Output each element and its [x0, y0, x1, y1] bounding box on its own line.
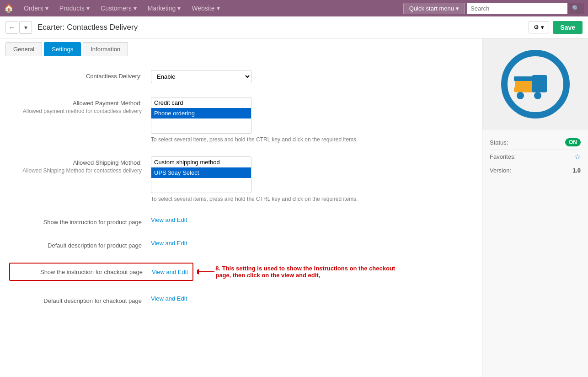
- default-desc-product-field: View and Edit: [151, 239, 473, 247]
- save-button[interactable]: Save: [553, 21, 583, 34]
- favorites-row: Favorites: ☆: [490, 150, 581, 164]
- instruction-product-label: Show the instruction for product page: [9, 216, 151, 226]
- contactless-delivery-select[interactable]: Enable Disable: [151, 70, 251, 83]
- instruction-product-link[interactable]: View and Edit: [151, 216, 187, 223]
- chevron-down-icon: ▾: [541, 24, 544, 31]
- search-box: 🔍: [467, 3, 584, 14]
- annotation-arrow-icon: [197, 266, 215, 277]
- default-desc-checkout-field: View and Edit: [151, 295, 473, 302]
- payment-method-listbox[interactable]: Credit card Phone ordering: [151, 97, 251, 134]
- default-desc-product-link[interactable]: View and Edit: [151, 240, 187, 247]
- app-logo: [499, 48, 572, 121]
- version-label: Version:: [490, 167, 511, 174]
- shipping-method-row: Allowed Shipping Method: Allowed Shippin…: [9, 156, 473, 202]
- chevron-down-icon: ▾: [45, 5, 48, 12]
- contactless-delivery-field: Enable Disable: [151, 70, 473, 83]
- tab-settings[interactable]: Settings: [44, 42, 81, 56]
- status-label: Status:: [490, 139, 508, 146]
- default-desc-checkout-link[interactable]: View and Edit: [151, 295, 187, 302]
- nav-item-orders[interactable]: Orders ▾: [19, 3, 53, 14]
- sidebar-panel: Status: ON Favorites: ☆ Version: 1.0: [482, 38, 588, 377]
- nav-item-marketing[interactable]: Marketing ▾: [143, 3, 185, 14]
- form-content: Contactless Delivery: Enable Disable All…: [0, 56, 482, 332]
- tab-information[interactable]: Information: [83, 42, 128, 56]
- default-desc-checkout-label: Default description for chackout page: [9, 295, 151, 304]
- shipping-method-help: To select several items, press and hold …: [151, 196, 473, 202]
- payment-method-label: Allowed Payment Method: Allowed payment …: [9, 97, 151, 114]
- chevron-down-icon: ▾: [217, 5, 220, 12]
- instruction-checkout-field: View and Edit: [152, 268, 188, 275]
- app-info: Status: ON Favorites: ☆ Version: 1.0: [482, 130, 588, 182]
- payment-method-field: Credit card Phone ordering To select sev…: [151, 97, 473, 143]
- svg-point-5: [517, 92, 524, 99]
- svg-point-6: [534, 92, 541, 99]
- shipping-method-listbox[interactable]: Custom shipping method UPS 3day Select: [151, 156, 251, 193]
- svg-rect-8: [514, 76, 539, 81]
- toolbar-right: ⚙ ▾ Save: [529, 21, 583, 34]
- top-navigation: 🏠 Orders ▾ Products ▾ Customers ▾ Market…: [0, 0, 588, 16]
- gear-button[interactable]: ⚙ ▾: [529, 21, 549, 33]
- version-value: 1.0: [572, 167, 581, 174]
- app-logo-svg: [501, 50, 570, 118]
- home-icon[interactable]: 🏠: [4, 3, 14, 13]
- app-logo-area: [482, 38, 588, 130]
- status-badge: ON: [565, 138, 581, 146]
- tab-general[interactable]: General: [5, 42, 42, 56]
- instruction-checkout-label: Show the instruction for chackout page: [10, 269, 152, 275]
- annotation-container: 8. This setting is used to show the inst…: [197, 265, 407, 279]
- chevron-down-icon: ▾: [456, 5, 459, 12]
- back-button[interactable]: ←: [5, 21, 18, 34]
- nav-item-products[interactable]: Products ▾: [55, 3, 94, 14]
- shipping-method-label: Allowed Shipping Method: Allowed Shippin…: [9, 156, 151, 174]
- tabs-bar: General Settings Information: [0, 38, 482, 56]
- favorites-star-icon[interactable]: ☆: [574, 152, 581, 161]
- payment-method-row: Allowed Payment Method: Allowed payment …: [9, 97, 473, 143]
- nav-item-website[interactable]: Website ▾: [187, 3, 224, 14]
- chevron-down-icon: ▾: [86, 5, 90, 12]
- instruction-checkout-wrapper: Show the instruction for chackout page V…: [9, 263, 473, 281]
- dropdown-nav-button[interactable]: ▾: [19, 21, 32, 34]
- shipping-method-field: Custom shipping method UPS 3day Select T…: [151, 156, 473, 202]
- contactless-delivery-row: Contactless Delivery: Enable Disable: [9, 70, 473, 83]
- chevron-down-icon: ▾: [177, 5, 181, 12]
- default-desc-product-row: Default description for product page Vie…: [9, 239, 473, 249]
- content-area: General Settings Information Contactless…: [0, 38, 482, 377]
- contactless-delivery-label: Contactless Delivery:: [9, 70, 151, 80]
- instruction-checkout-link[interactable]: View and Edit: [152, 269, 188, 275]
- payment-method-help: To select several items, press and hold …: [151, 136, 473, 143]
- status-row: Status: ON: [490, 135, 581, 150]
- chevron-down-icon: ▾: [134, 5, 137, 12]
- page-title: Ecarter: Contactless Delivery: [37, 23, 529, 32]
- instruction-product-page-row: Show the instruction for product page Vi…: [9, 216, 473, 226]
- breadcrumb-bar: ← ▾ Ecarter: Contactless Delivery ⚙ ▾ Sa…: [0, 16, 588, 38]
- instruction-checkout-highlighted: Show the instruction for chackout page V…: [9, 263, 193, 281]
- instruction-product-field: View and Edit: [151, 216, 473, 223]
- favorites-label: Favorites:: [490, 153, 516, 160]
- svg-rect-7: [514, 87, 532, 92]
- default-desc-product-label: Default description for product page: [9, 239, 151, 249]
- nav-arrows: ← ▾: [5, 21, 32, 34]
- gear-icon: ⚙: [534, 24, 539, 31]
- search-button[interactable]: 🔍: [567, 3, 584, 14]
- default-desc-checkout-row: Default description for chackout page Vi…: [9, 295, 473, 304]
- nav-item-customers[interactable]: Customers ▾: [96, 3, 141, 14]
- quick-start-button[interactable]: Quick start menu ▾: [403, 3, 465, 14]
- annotation-text: 8. This setting is used to show the inst…: [215, 265, 407, 279]
- main-layout: General Settings Information Contactless…: [0, 38, 588, 377]
- search-input[interactable]: [467, 3, 567, 14]
- version-row: Version: 1.0: [490, 164, 581, 177]
